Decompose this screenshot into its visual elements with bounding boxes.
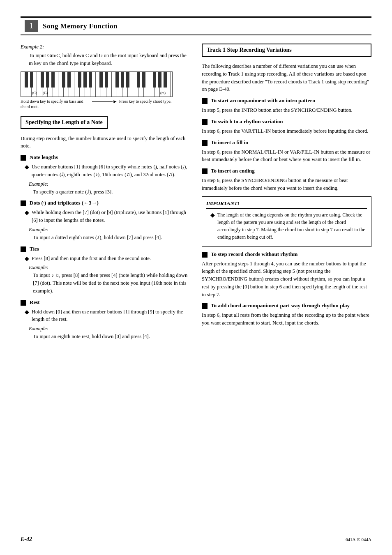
black-square-no-rhythm-icon xyxy=(202,252,208,258)
subsection-intro-pattern: To start accompaniment with an intro pat… xyxy=(202,97,371,104)
black-square-rest-icon xyxy=(21,300,26,306)
example-ties-text: To input ♪ ♫, press [8] and then press [… xyxy=(33,272,190,295)
subsection-rhythm-variation-title: To switch to a rhythm variation xyxy=(211,118,283,125)
subsection-fill: To insert a fill in xyxy=(202,139,371,146)
page: 1 Song Memory Function Example 2: To inp… xyxy=(0,0,392,555)
bullet-ties-text: Press [8] and then input the first and t… xyxy=(32,255,151,263)
bullet-note-lengths-text: Use number buttons [1] through [6] to sp… xyxy=(32,163,190,179)
subsection-rhythm-variation: To switch to a rhythm variation xyxy=(202,118,371,125)
subsection-chord-part-way-title: To add chord accompaniment part way thro… xyxy=(211,302,350,309)
subsection-note-lengths-title: Note lengths xyxy=(30,154,58,161)
subsection-ending-text: In step 6, press the SYNCHRO/ENDING butt… xyxy=(202,177,371,192)
subsection-no-rhythm-text: After performing steps 1 through 4, you … xyxy=(202,260,371,299)
bullet-diamond-important-icon: ◆ xyxy=(210,212,215,219)
subsection-intro-pattern-title: To start accompaniment with an intro pat… xyxy=(211,97,315,104)
bullet-rest-text: Hold down [0] and then use number button… xyxy=(32,308,190,324)
example2-section: Example 2: To input Gm/C, hold down C an… xyxy=(21,44,190,109)
keyboard-diagram: (C) (G) (m) Hold down key to specify on … xyxy=(21,71,190,109)
subsection-no-rhythm-title: To step record chords without rhythm xyxy=(211,251,297,258)
subsection-chord-part-way-text: In step 6, input all rests from the begi… xyxy=(202,311,371,327)
bullet-dots: ◆ While holding down the [7] (dot) or [9… xyxy=(21,209,190,224)
black-square-icon xyxy=(21,155,26,161)
doc-code: 641A-E-044A xyxy=(346,537,371,542)
header-bar: 1 Song Memory Function xyxy=(21,16,371,35)
subsection-intro-pattern-text: In step 5, press the INTRO button after … xyxy=(202,106,371,114)
example-rest-label: Example: xyxy=(29,326,190,332)
main-columns: Example 2: To input Gm/C, hold down C an… xyxy=(21,44,371,343)
section-intro-text: During step recording, the number button… xyxy=(21,135,190,150)
subsection-fill-text: In step 6, press the NORMAL/FILL-IN or V… xyxy=(202,148,371,164)
important-title: IMPORTANT! xyxy=(206,200,367,209)
bullet-rest: ◆ Hold down [0] and then use number butt… xyxy=(21,308,190,324)
subsection-fill-title: To insert a fill in xyxy=(211,139,248,146)
black-square-ties-icon xyxy=(21,246,26,252)
left-column: Example 2: To input Gm/C, hold down C an… xyxy=(21,44,190,343)
bullet-diamond-icon: ◆ xyxy=(25,164,29,170)
important-text: The length of the ending depends on the … xyxy=(217,211,367,241)
subsection-no-rhythm: To step record chords without rhythm xyxy=(202,251,371,258)
subsection-ties: Ties xyxy=(21,246,190,252)
example-note-text: To specify a quarter note (♩), press [3]… xyxy=(33,188,190,196)
example-ties-label: Example: xyxy=(29,265,190,271)
subsection-dots: Dots (·) and triplicates (←3→) xyxy=(21,200,190,206)
important-box: IMPORTANT! ◆ The length of the ending de… xyxy=(202,196,371,247)
subsection-rest-title: Rest xyxy=(30,299,40,306)
page-number: E-42 xyxy=(21,536,32,543)
bullet-diamond-dots-icon: ◆ xyxy=(25,209,29,216)
example-rest-text: To input an eighth note rest, hold down … xyxy=(33,333,190,341)
subsection-ending: To insert an ending xyxy=(202,168,371,174)
bullet-ties: ◆ Press [8] and then input the first and… xyxy=(21,255,190,263)
header-tab: 1 xyxy=(25,20,38,32)
keyboard-caption-left: Hold down key to specify on bass and cho… xyxy=(21,99,90,109)
keyboard-caption-right: Press key to specify chord type. xyxy=(119,99,173,104)
subsection-ties-title: Ties xyxy=(30,246,39,252)
bullet-note-lengths: ◆ Use number buttons [1] through [6] to … xyxy=(21,163,190,179)
right-column: Track 1 Step Recording Variations The fo… xyxy=(202,44,371,343)
header-title: Song Memory Function xyxy=(43,22,118,30)
subsection-dots-title: Dots (·) and triplicates (←3→) xyxy=(30,200,99,206)
subsection-note-lengths: Note lengths xyxy=(21,154,190,161)
important-bullet: ◆ The length of the ending depends on th… xyxy=(206,211,367,241)
black-square-intro-icon xyxy=(202,98,208,104)
bullet-dots-text: While holding down the [7] (dot) or [9] … xyxy=(32,209,190,224)
page-footer: E-42 641A-E-044A xyxy=(21,536,371,543)
bullet-diamond-rest-icon: ◆ xyxy=(25,309,29,315)
example-note-label: Example: xyxy=(29,181,190,187)
black-square-dots-icon xyxy=(21,200,26,206)
black-square-chord-icon xyxy=(202,303,208,309)
black-square-rhythm-icon xyxy=(202,119,208,125)
example2-label: Example 2: xyxy=(21,44,44,50)
section-box-track: Track 1 Step Recording Variations xyxy=(202,44,371,57)
subsection-chord-part-way: To add chord accompaniment part way thro… xyxy=(202,302,371,309)
example-dots-label: Example: xyxy=(29,227,190,233)
section-box-note-length: Specifying the Length of a Note xyxy=(21,116,108,129)
bullet-diamond-ties-icon: ◆ xyxy=(25,255,29,262)
section-track-intro: The following describes a number of diff… xyxy=(202,62,371,93)
black-square-fill-icon xyxy=(202,140,208,146)
subsection-ending-title: To insert an ending xyxy=(211,168,255,174)
subsection-rhythm-variation-text: In step 6, press the VAR/FILL-IN button … xyxy=(202,127,371,135)
black-square-ending-icon xyxy=(202,168,208,174)
example-dots-text: To input a dotted eighth notes (♪), hold… xyxy=(33,234,190,242)
example2-text: To input Gm/C, hold down C and G on the … xyxy=(21,52,190,67)
subsection-rest: Rest xyxy=(21,299,190,306)
